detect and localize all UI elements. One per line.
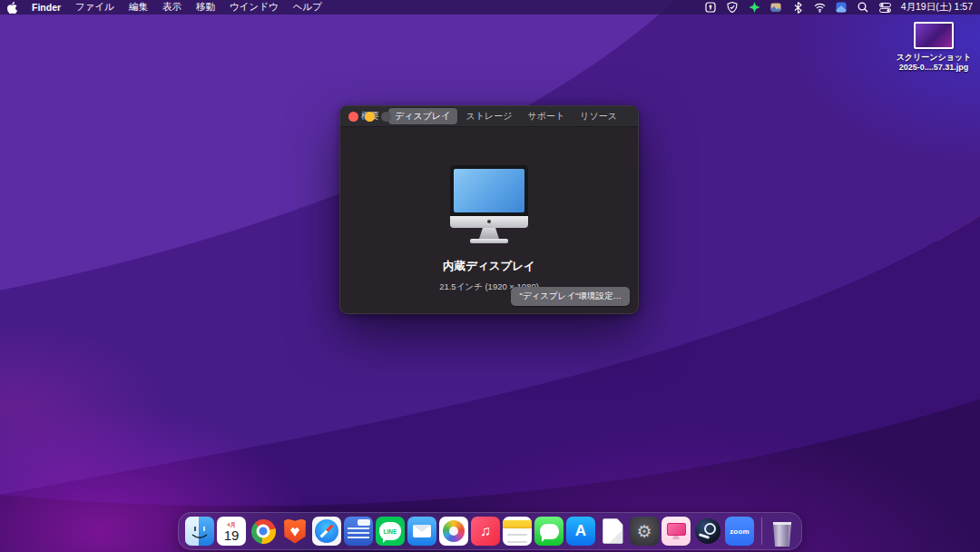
apple-logo-icon: [7, 2, 17, 14]
dock-display-utility-icon[interactable]: [662, 517, 691, 546]
steam-logo: [695, 518, 720, 544]
app-store-letter: A: [575, 522, 586, 540]
imac-stand-base: [470, 239, 508, 243]
dock-separator: [761, 518, 762, 545]
line-speech-bubble: LINE: [379, 522, 401, 540]
close-button[interactable]: [348, 112, 358, 122]
dock-safari-icon[interactable]: [312, 517, 341, 546]
menu-bar-clock[interactable]: 4月19日(土) 1:57: [901, 1, 973, 14]
imac-screen-bezel: [450, 165, 528, 216]
chrome-logo: [251, 519, 276, 544]
brave-shield-logo: [284, 519, 306, 544]
mail-envelope: [413, 525, 431, 537]
menu-item-help[interactable]: ヘルプ: [293, 1, 322, 14]
dock: 4月 19 LINE ♫ A ⚙: [178, 512, 802, 550]
notes-line: [507, 541, 527, 543]
window-titlebar[interactable]: 概要 ディスプレイ ストレージ サポート リソース: [340, 106, 638, 127]
blue-app-icon[interactable]: [836, 2, 848, 14]
dock-zoom-icon[interactable]: zoom: [725, 517, 754, 546]
tab-storage[interactable]: ストレージ: [460, 108, 519, 124]
dock-ledger-app-icon[interactable]: [344, 517, 373, 546]
window-content: 内蔵ディスプレイ 21.5インチ (1920 × 1080) "ディスプレイ"環…: [340, 127, 638, 314]
screenshot-file-label: スクリーンショット 2025-0....57.31.jpg: [897, 53, 972, 74]
window-tab-bar: 概要 ディスプレイ ストレージ サポート リソース: [355, 108, 623, 124]
green-sparkle-icon[interactable]: [749, 2, 760, 14]
menu-item-view[interactable]: 表示: [162, 1, 181, 14]
menu-item-file[interactable]: ファイル: [75, 1, 114, 14]
dock-trash-icon[interactable]: [769, 516, 795, 547]
boxed-app-icon[interactable]: [705, 2, 717, 14]
zoom-label: zoom: [730, 527, 750, 536]
menu-item-window[interactable]: ウインドウ: [230, 1, 279, 14]
photo-app-icon[interactable]: [770, 2, 782, 14]
dock-chrome-icon[interactable]: [249, 517, 278, 546]
display-preferences-button[interactable]: "ディスプレイ"環境設定…: [511, 287, 630, 306]
imac-screen-glass: [454, 169, 524, 212]
menu-item-finder[interactable]: Finder: [32, 2, 61, 13]
screenshot-file-label-line1: スクリーンショット: [897, 53, 972, 63]
menu-bar-status: 4月19日(土) 1:57: [705, 1, 973, 14]
menu-bar: Finder ファイル 編集 表示 移動 ウインドウ ヘルプ: [0, 0, 980, 15]
about-this-mac-window: 概要 ディスプレイ ストレージ サポート リソース 内蔵ディスプレイ 21.5イ…: [339, 105, 639, 314]
tab-resources[interactable]: リソース: [573, 108, 623, 124]
dock-notes-icon[interactable]: [503, 517, 532, 546]
notes-line: [507, 534, 527, 536]
control-center-icon[interactable]: [879, 2, 891, 14]
finder-face: [188, 519, 211, 543]
screenshot-thumbnail-image: [916, 24, 952, 47]
imac-chin: [450, 216, 528, 228]
calendar-day-label: 19: [224, 528, 240, 542]
messages-bubble: [540, 524, 559, 539]
dock-line-icon[interactable]: LINE: [376, 517, 405, 546]
tab-displays[interactable]: ディスプレイ: [388, 108, 456, 124]
screenshot-file-label-line2: 2025-0....57.31.jpg: [897, 63, 972, 73]
wifi-icon[interactable]: [814, 2, 826, 14]
dock-brave-icon[interactable]: [280, 517, 309, 546]
trash-bin: [772, 522, 792, 547]
dock-music-icon[interactable]: ♫: [471, 517, 500, 546]
safari-compass: [315, 519, 338, 543]
dock-messages-icon[interactable]: [534, 517, 564, 546]
dock-calendar-icon[interactable]: 4月 19: [217, 517, 246, 546]
imac-stand-neck: [479, 228, 499, 239]
document-page: [603, 518, 623, 544]
pink-monitor-stand: [672, 536, 680, 539]
pink-monitor: [667, 523, 686, 536]
traffic-lights: [348, 112, 391, 122]
bluetooth-icon[interactable]: [792, 2, 804, 14]
menu-item-go[interactable]: 移動: [196, 1, 215, 14]
desktop-screenshot-file[interactable]: スクリーンショット 2025-0....57.31.jpg: [893, 22, 975, 74]
shield-check-icon[interactable]: [727, 2, 739, 14]
spotlight-search-icon[interactable]: [858, 2, 869, 14]
zoom-button-disabled: [381, 112, 391, 122]
line-label: LINE: [384, 528, 397, 535]
dock-finder-icon[interactable]: [185, 517, 214, 546]
ledger-tab: [358, 519, 370, 526]
screenshot-thumbnail: [914, 22, 954, 49]
dock-app-store-icon[interactable]: A: [566, 517, 595, 546]
gear-icon: ⚙: [636, 521, 652, 542]
ledger-rows: [348, 527, 369, 540]
photos-flower: [443, 520, 465, 542]
minimize-button[interactable]: [365, 112, 375, 122]
dock-photos-icon[interactable]: [439, 517, 468, 546]
music-note-glyph: ♫: [480, 523, 491, 539]
dock-mail-icon[interactable]: [407, 517, 436, 546]
menu-bar-left: Finder ファイル 編集 表示 移動 ウインドウ ヘルプ: [7, 1, 322, 14]
imac-display-icon: [450, 165, 528, 243]
dock-libreoffice-icon[interactable]: [598, 517, 627, 546]
menu-item-edit[interactable]: 編集: [129, 1, 148, 14]
dock-steam-icon[interactable]: [693, 517, 722, 546]
apple-menu[interactable]: [7, 2, 17, 13]
notes-yellow-strip: [503, 520, 532, 528]
dock-system-preferences-icon[interactable]: ⚙: [630, 517, 659, 546]
display-name: 内蔵ディスプレイ: [443, 259, 535, 274]
tab-support[interactable]: サポート: [521, 108, 571, 124]
